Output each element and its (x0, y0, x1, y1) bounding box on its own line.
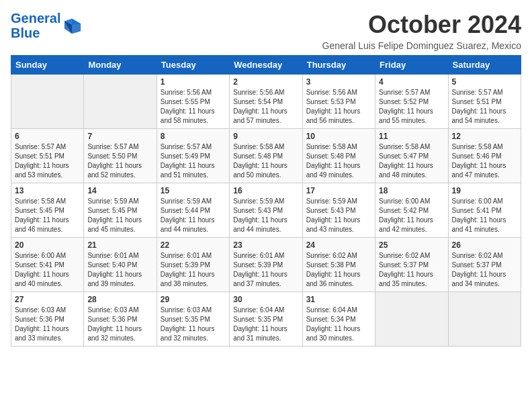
calendar-header-tuesday: Tuesday (157, 56, 229, 75)
day-number: 22 (161, 240, 226, 250)
day-info: Sunrise: 6:00 AMSunset: 5:41 PMDaylight:… (15, 251, 80, 289)
day-info: Sunrise: 6:01 AMSunset: 5:39 PMDaylight:… (161, 251, 226, 289)
day-info: Sunrise: 5:56 AMSunset: 5:54 PMDaylight:… (233, 88, 298, 126)
day-number: 18 (379, 186, 444, 195)
calendar-cell: 30Sunrise: 6:04 AMSunset: 5:35 PMDayligh… (230, 292, 302, 347)
calendar-cell (11, 75, 84, 129)
day-number: 27 (15, 295, 80, 304)
subtitle: General Luis Felipe Dominguez Suarez, Me… (322, 40, 521, 51)
day-info: Sunrise: 5:57 AMSunset: 5:50 PMDaylight:… (87, 142, 152, 180)
calendar-cell: 6Sunrise: 5:57 AMSunset: 5:51 PMDaylight… (11, 129, 84, 183)
calendar-cell: 31Sunrise: 6:04 AMSunset: 5:34 PMDayligh… (302, 292, 375, 347)
day-info: Sunrise: 6:01 AMSunset: 5:39 PMDaylight:… (233, 251, 298, 289)
day-info: Sunrise: 6:04 AMSunset: 5:34 PMDaylight:… (306, 306, 371, 343)
day-info: Sunrise: 6:02 AMSunset: 5:37 PMDaylight:… (379, 251, 444, 289)
day-number: 10 (306, 132, 371, 141)
calendar-cell: 18Sunrise: 6:00 AMSunset: 5:42 PMDayligh… (375, 183, 448, 238)
calendar-week-5: 27Sunrise: 6:03 AMSunset: 5:36 PMDayligh… (11, 292, 521, 347)
calendar-header-row: SundayMondayTuesdayWednesdayThursdayFrid… (11, 56, 521, 75)
day-info: Sunrise: 5:57 AMSunset: 5:52 PMDaylight:… (379, 88, 444, 126)
calendar-week-2: 6Sunrise: 5:57 AMSunset: 5:51 PMDaylight… (11, 129, 521, 183)
header: General Blue October 2024 General Luis F… (11, 11, 521, 51)
calendar-cell: 23Sunrise: 6:01 AMSunset: 5:39 PMDayligh… (230, 238, 302, 292)
day-number: 24 (306, 240, 371, 250)
calendar-cell: 15Sunrise: 5:59 AMSunset: 5:44 PMDayligh… (157, 183, 229, 238)
day-info: Sunrise: 5:59 AMSunset: 5:43 PMDaylight:… (306, 197, 371, 234)
calendar-header-sunday: Sunday (11, 56, 84, 75)
calendar-cell: 17Sunrise: 5:59 AMSunset: 5:43 PMDayligh… (302, 183, 375, 238)
calendar-header-monday: Monday (84, 56, 157, 75)
day-info: Sunrise: 5:58 AMSunset: 5:46 PMDaylight:… (452, 142, 517, 180)
logo-text: General Blue (11, 11, 60, 40)
calendar-cell: 8Sunrise: 5:57 AMSunset: 5:49 PMDaylight… (157, 129, 229, 183)
day-info: Sunrise: 5:58 AMSunset: 5:48 PMDaylight:… (306, 142, 371, 180)
day-number: 23 (233, 240, 298, 250)
logo: General Blue (11, 11, 82, 40)
day-number: 4 (379, 77, 444, 87)
calendar-cell: 12Sunrise: 5:58 AMSunset: 5:46 PMDayligh… (448, 129, 521, 183)
calendar-cell: 20Sunrise: 6:00 AMSunset: 5:41 PMDayligh… (11, 238, 84, 292)
day-info: Sunrise: 5:59 AMSunset: 5:44 PMDaylight:… (161, 197, 226, 234)
day-number: 14 (87, 186, 152, 195)
day-info: Sunrise: 5:57 AMSunset: 5:51 PMDaylight:… (452, 88, 517, 126)
day-number: 30 (233, 295, 298, 304)
calendar-cell (84, 75, 157, 129)
day-number: 20 (15, 240, 80, 250)
calendar-cell: 27Sunrise: 6:03 AMSunset: 5:36 PMDayligh… (11, 292, 84, 347)
day-info: Sunrise: 5:57 AMSunset: 5:51 PMDaylight:… (15, 142, 80, 180)
calendar-cell: 22Sunrise: 6:01 AMSunset: 5:39 PMDayligh… (157, 238, 229, 292)
day-number: 25 (379, 240, 444, 250)
day-number: 7 (87, 132, 152, 141)
day-number: 11 (379, 132, 444, 141)
logo-icon (63, 16, 82, 35)
calendar-cell: 29Sunrise: 6:03 AMSunset: 5:35 PMDayligh… (157, 292, 229, 347)
calendar-cell: 5Sunrise: 5:57 AMSunset: 5:51 PMDaylight… (448, 75, 521, 129)
day-info: Sunrise: 6:03 AMSunset: 5:36 PMDaylight:… (87, 306, 152, 343)
calendar-header-saturday: Saturday (448, 56, 521, 75)
day-number: 9 (233, 132, 298, 141)
day-number: 19 (452, 186, 517, 195)
calendar-header-friday: Friday (375, 56, 448, 75)
day-info: Sunrise: 5:58 AMSunset: 5:47 PMDaylight:… (379, 142, 444, 180)
calendar-cell: 19Sunrise: 6:00 AMSunset: 5:41 PMDayligh… (448, 183, 521, 238)
day-number: 1 (161, 77, 226, 87)
day-info: Sunrise: 5:59 AMSunset: 5:43 PMDaylight:… (233, 197, 298, 234)
day-info: Sunrise: 6:02 AMSunset: 5:37 PMDaylight:… (452, 251, 517, 289)
title-area: October 2024 General Luis Felipe Domingu… (322, 11, 521, 51)
calendar-cell: 14Sunrise: 5:59 AMSunset: 5:45 PMDayligh… (84, 183, 157, 238)
calendar-week-3: 13Sunrise: 5:58 AMSunset: 5:45 PMDayligh… (11, 183, 521, 238)
day-number: 3 (306, 77, 371, 87)
calendar-header-wednesday: Wednesday (230, 56, 302, 75)
day-info: Sunrise: 5:58 AMSunset: 5:45 PMDaylight:… (15, 197, 80, 234)
day-info: Sunrise: 6:01 AMSunset: 5:40 PMDaylight:… (87, 251, 152, 289)
calendar-cell: 13Sunrise: 5:58 AMSunset: 5:45 PMDayligh… (11, 183, 84, 238)
day-number: 16 (233, 186, 298, 195)
calendar-cell: 28Sunrise: 6:03 AMSunset: 5:36 PMDayligh… (84, 292, 157, 347)
day-number: 17 (306, 186, 371, 195)
day-info: Sunrise: 5:57 AMSunset: 5:49 PMDaylight:… (161, 142, 226, 180)
day-number: 15 (161, 186, 226, 195)
day-info: Sunrise: 5:59 AMSunset: 5:45 PMDaylight:… (87, 197, 152, 234)
day-info: Sunrise: 6:02 AMSunset: 5:38 PMDaylight:… (306, 251, 371, 289)
calendar-cell: 16Sunrise: 5:59 AMSunset: 5:43 PMDayligh… (230, 183, 302, 238)
day-number: 13 (15, 186, 80, 195)
day-number: 28 (87, 295, 152, 304)
day-number: 21 (87, 240, 152, 250)
day-number: 6 (15, 132, 80, 141)
day-info: Sunrise: 5:56 AMSunset: 5:53 PMDaylight:… (306, 88, 371, 126)
calendar-cell: 9Sunrise: 5:58 AMSunset: 5:48 PMDaylight… (230, 129, 302, 183)
calendar-cell: 10Sunrise: 5:58 AMSunset: 5:48 PMDayligh… (302, 129, 375, 183)
calendar-cell: 3Sunrise: 5:56 AMSunset: 5:53 PMDaylight… (302, 75, 375, 129)
calendar-cell: 24Sunrise: 6:02 AMSunset: 5:38 PMDayligh… (302, 238, 375, 292)
day-info: Sunrise: 6:04 AMSunset: 5:35 PMDaylight:… (233, 306, 298, 343)
month-title: October 2024 (322, 11, 521, 39)
calendar-cell: 26Sunrise: 6:02 AMSunset: 5:37 PMDayligh… (448, 238, 521, 292)
day-number: 31 (306, 295, 371, 304)
day-info: Sunrise: 6:00 AMSunset: 5:42 PMDaylight:… (379, 197, 444, 234)
calendar-cell: 11Sunrise: 5:58 AMSunset: 5:47 PMDayligh… (375, 129, 448, 183)
calendar-cell: 25Sunrise: 6:02 AMSunset: 5:37 PMDayligh… (375, 238, 448, 292)
calendar-cell: 21Sunrise: 6:01 AMSunset: 5:40 PMDayligh… (84, 238, 157, 292)
day-number: 29 (161, 295, 226, 304)
day-info: Sunrise: 5:58 AMSunset: 5:48 PMDaylight:… (233, 142, 298, 180)
day-info: Sunrise: 5:56 AMSunset: 5:55 PMDaylight:… (161, 88, 226, 126)
